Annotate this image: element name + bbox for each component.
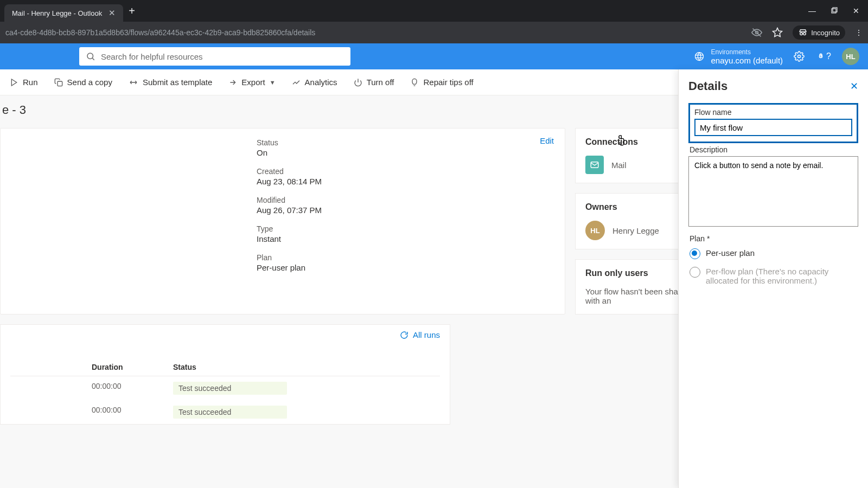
radio-icon[interactable] <box>690 267 700 278</box>
url-text[interactable]: ca4-cde8-4d8b-bcb8-897b1a5d8b63/flows/a9… <box>5 28 751 37</box>
modified-value: Aug 26, 07:37 PM <box>257 206 553 215</box>
run-button[interactable]: Run <box>4 74 43 90</box>
maximize-icon[interactable] <box>831 7 838 15</box>
flow-name-field-highlight: Flow name <box>688 103 858 143</box>
flow-name-label: Flow name <box>694 108 852 117</box>
export-button[interactable]: Export ▼ <box>223 74 280 90</box>
main-content: e - 3 Edit Status On Created Aug 23, 08:… <box>0 95 868 488</box>
type-label: Type <box>257 224 553 233</box>
plan-value: Per-user plan <box>257 263 553 272</box>
svg-marker-13 <box>11 79 16 86</box>
minimize-icon[interactable]: — <box>808 7 816 15</box>
col-status: Status <box>173 363 412 371</box>
env-value: enayu.com (default) <box>711 56 783 65</box>
cell-status: Test succeeded <box>173 406 287 419</box>
turn-off-button[interactable]: Turn off <box>348 74 400 90</box>
svg-rect-1 <box>833 8 837 12</box>
owner-name: Henry Legge <box>612 226 659 235</box>
avatar[interactable]: HL <box>842 48 859 65</box>
close-icon[interactable]: ✕ <box>108 8 116 18</box>
star-icon[interactable] <box>772 27 783 38</box>
analytics-button[interactable]: Analytics <box>286 74 343 90</box>
cell-status: Test succeeded <box>173 382 287 395</box>
panel-title: Details <box>688 79 727 93</box>
svg-rect-14 <box>58 81 62 86</box>
address-bar: ca4-cde8-4d8b-bcb8-897b1a5d8b63/flows/a9… <box>0 22 868 43</box>
app-header: Search for helpful resources Environment… <box>0 43 868 69</box>
radio-label: Per-user plan <box>706 248 755 258</box>
environment-icon <box>694 51 705 62</box>
search-placeholder: Search for helpful resources <box>101 52 203 61</box>
incognito-label: Incognito <box>811 29 840 37</box>
send-copy-button[interactable]: Send a copy <box>49 74 118 90</box>
description-label: Description <box>690 145 858 154</box>
search-input[interactable]: Search for helpful resources <box>79 47 350 66</box>
runs-card: All runs Duration Status 00:00:00 Test s… <box>0 324 450 425</box>
edit-button[interactable]: Edit <box>540 136 554 145</box>
submit-template-button[interactable]: Submit as template <box>123 74 218 90</box>
plan-option-per-user[interactable]: Per-user plan <box>688 248 858 259</box>
plan-option-per-flow[interactable]: Per-flow plan (There's no capacity alloc… <box>688 267 858 285</box>
repair-tips-button[interactable]: Repair tips off <box>405 74 478 90</box>
cell-duration: 00:00:00 <box>92 406 173 419</box>
runs-header-row: Duration Status <box>10 358 440 376</box>
type-value: Instant <box>257 234 553 243</box>
all-runs-button[interactable]: All runs <box>400 330 440 339</box>
svg-point-7 <box>87 53 93 59</box>
plan-label: Plan * <box>690 234 858 243</box>
table-row[interactable]: 00:00:00 Test succeeded <box>10 400 440 424</box>
svg-point-9 <box>695 53 703 61</box>
eye-off-icon[interactable] <box>751 27 762 38</box>
incognito-indicator[interactable]: Incognito <box>793 25 845 40</box>
description-input[interactable] <box>688 156 858 227</box>
turn-off-label: Turn off <box>367 78 394 87</box>
radio-icon[interactable] <box>690 248 700 259</box>
connection-label: Mail <box>611 160 627 170</box>
all-runs-label: All runs <box>413 330 440 339</box>
col-duration: Duration <box>92 363 173 371</box>
help-icon[interactable]: ? <box>815 51 831 62</box>
table-row[interactable]: 00:00:00 Test succeeded <box>10 376 440 400</box>
svg-point-5 <box>800 33 803 35</box>
modified-label: Modified <box>257 196 553 204</box>
gear-icon[interactable] <box>794 51 805 62</box>
environment-picker[interactable]: Environments enayu.com (default) <box>694 48 783 65</box>
plan-label: Plan <box>257 253 553 262</box>
browser-tab[interactable]: Mail - Henry Legge - Outlook ✕ <box>4 4 123 22</box>
repair-tips-label: Repair tips off <box>423 78 473 87</box>
export-label: Export <box>241 78 265 87</box>
cell-duration: 00:00:00 <box>92 382 173 395</box>
window-controls: — ✕ <box>808 7 864 15</box>
send-copy-label: Send a copy <box>67 78 112 87</box>
browser-menu-icon[interactable]: ⋮ <box>855 28 863 37</box>
flow-name-input[interactable] <box>694 119 852 136</box>
svg-marker-4 <box>773 28 782 37</box>
tab-title: Mail - Henry Legge - Outlook <box>12 9 102 17</box>
close-panel-icon[interactable]: ✕ <box>850 80 858 92</box>
svg-rect-0 <box>832 9 836 13</box>
details-panel: Details ✕ Flow name Description Plan * P… <box>678 69 868 488</box>
svg-point-6 <box>803 33 806 35</box>
svg-line-8 <box>92 58 94 60</box>
close-window-icon[interactable]: ✕ <box>853 7 859 15</box>
env-label: Environments <box>711 48 783 56</box>
analytics-label: Analytics <box>305 78 337 87</box>
submit-template-label: Submit as template <box>143 78 212 87</box>
chevron-down-icon: ▼ <box>270 79 276 86</box>
radio-label: Per-flow plan (There's no capacity alloc… <box>706 267 858 285</box>
created-label: Created <box>257 167 553 176</box>
run-label: Run <box>23 78 38 87</box>
new-tab-button[interactable]: + <box>129 5 135 17</box>
status-value: On <box>257 148 553 157</box>
created-value: Aug 23, 08:14 PM <box>257 177 553 186</box>
status-label: Status <box>257 138 553 147</box>
svg-point-10 <box>798 55 801 58</box>
browser-tab-strip: Mail - Henry Legge - Outlook ✕ + — ✕ <box>0 0 868 22</box>
owner-avatar: HL <box>585 221 605 240</box>
details-card: Edit Status On Created Aug 23, 08:14 PM … <box>0 128 565 314</box>
mail-icon <box>585 156 604 174</box>
